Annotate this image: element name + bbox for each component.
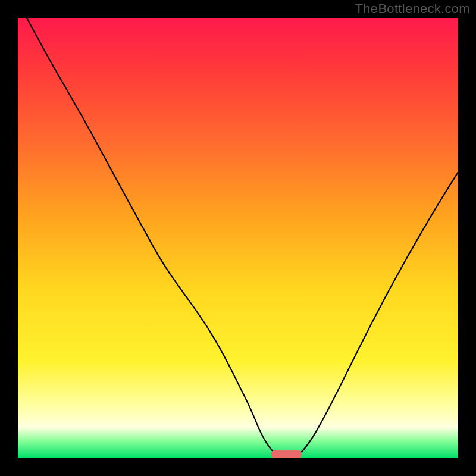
watermark-label: TheBottleneck.com bbox=[355, 1, 470, 17]
optimal-marker-icon bbox=[271, 450, 302, 458]
plot-area bbox=[18, 18, 458, 458]
gradient-background bbox=[18, 18, 458, 458]
chart-frame: TheBottleneck.com bbox=[0, 0, 476, 476]
bottleneck-chart bbox=[18, 18, 458, 458]
